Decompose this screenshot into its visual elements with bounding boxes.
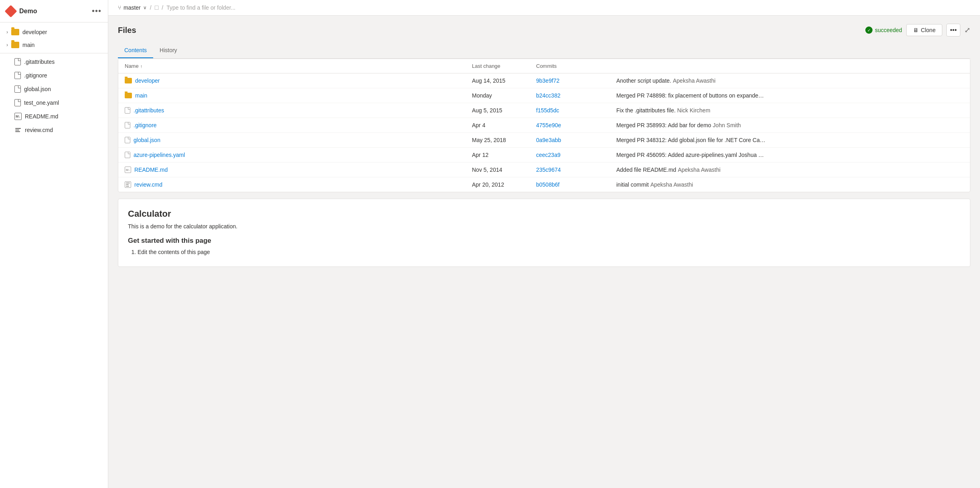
cell-message: initial commitApeksha Awasthi <box>616 181 964 188</box>
commit-hash[interactable]: 0a9e3abb <box>536 137 561 143</box>
file-link[interactable]: azure-pipelines.yaml <box>134 152 185 158</box>
file-row-icon <box>125 122 130 128</box>
sidebar-header: Demo ••• <box>0 0 108 22</box>
commit-hash[interactable]: b24cc382 <box>536 92 561 99</box>
cell-commit: 4755e90e <box>536 122 616 128</box>
table-row[interactable]: azure-pipelines.yaml Apr 12 ceec23a9 Mer… <box>118 148 970 163</box>
branch-selector[interactable]: ⑂ master ∨ <box>118 4 147 11</box>
commit-author: Nick Kirchem <box>677 107 710 114</box>
sidebar-item-readme-md[interactable]: M↓ README.md <box>0 110 108 123</box>
file-link[interactable]: README.md <box>134 167 168 173</box>
files-tabs: Contents History <box>118 43 970 59</box>
file-link[interactable]: review.cmd <box>134 181 162 188</box>
file-icon <box>14 72 21 79</box>
sidebar-more-button[interactable]: ••• <box>92 6 101 16</box>
topbar-separator: / <box>150 4 152 11</box>
cell-date: Monday <box>472 92 536 99</box>
file-link[interactable]: developer <box>135 77 160 84</box>
commit-author: John Smith <box>713 122 741 128</box>
table-row[interactable]: developer Aug 14, 2015 9b3e9f72 Another … <box>118 73 970 88</box>
sidebar-item-developer[interactable]: › developer <box>0 26 108 39</box>
sidebar-file-label: .gitignore <box>24 72 47 79</box>
col-message-header <box>616 63 964 69</box>
table-row[interactable]: review.cmd Apr 20, 2012 b0508b6f initial… <box>118 177 970 192</box>
commit-hash[interactable]: 9b3e9f72 <box>536 77 559 84</box>
table-row[interactable]: .gitignore Apr 4 4755e90e Merged PR 3589… <box>118 118 970 133</box>
sort-arrow-icon: ↑ <box>140 64 143 69</box>
app-name: Demo <box>19 8 37 15</box>
readme-description: This is a demo for the calculator applic… <box>128 223 960 230</box>
file-icon <box>14 58 21 65</box>
cell-message: Another script update.Apeksha Awasthi <box>616 77 964 84</box>
tab-history[interactable]: History <box>153 43 184 58</box>
md-row-icon: M↓ <box>125 167 131 173</box>
table-row[interactable]: global.json May 25, 2018 0a9e3abb Merged… <box>118 133 970 148</box>
col-lastchange-header: Last change <box>472 63 536 69</box>
readme-title: Calculator <box>128 209 960 219</box>
cmd-row-icon <box>125 181 131 188</box>
cell-date: Apr 20, 2012 <box>472 181 536 188</box>
commit-hash[interactable]: ceec23a9 <box>536 152 561 158</box>
commit-hash[interactable]: 235c9674 <box>536 167 561 173</box>
file-icon <box>14 85 21 93</box>
folder-icon <box>11 29 19 35</box>
file-link[interactable]: global.json <box>134 137 160 143</box>
path-input[interactable] <box>166 4 970 11</box>
clone-button[interactable]: 🖥 Clone <box>906 24 943 36</box>
table-row[interactable]: M↓ README.md Nov 5, 2014 235c9674 Added … <box>118 163 970 177</box>
cell-date: Apr 4 <box>472 122 536 128</box>
cell-name: developer <box>125 77 472 84</box>
cell-date: Nov 5, 2014 <box>472 167 536 173</box>
file-row-icon <box>125 107 130 114</box>
sidebar-item-test-one-yaml[interactable]: test_one.yaml <box>0 96 108 110</box>
col-commits-header: Commits <box>536 63 616 69</box>
file-link[interactable]: .gitignore <box>134 122 157 128</box>
files-header: Files succeeded 🖥 Clone ••• ⤢ <box>118 24 970 37</box>
topbar-slash: / <box>162 4 163 11</box>
logo-diamond-icon <box>4 5 17 17</box>
cell-name: .gitattributes <box>125 107 472 114</box>
sidebar-item-gitattributes[interactable]: .gitattributes <box>0 55 108 69</box>
expand-button[interactable]: ⤢ <box>964 26 970 35</box>
folder-icon <box>11 42 19 48</box>
sidebar-logo: Demo <box>6 7 37 16</box>
chevron-right-icon: › <box>6 29 8 35</box>
tab-contents[interactable]: Contents <box>118 43 153 58</box>
cell-name: global.json <box>125 137 472 143</box>
sidebar-item-global-json[interactable]: global.json <box>0 82 108 96</box>
folder-row-icon <box>125 78 132 83</box>
sidebar-item-review-cmd[interactable]: review.cmd <box>0 123 108 137</box>
cell-commit: 9b3e9f72 <box>536 77 616 84</box>
cell-date: May 25, 2018 <box>472 137 536 143</box>
clone-label: Clone <box>921 27 936 33</box>
table-row[interactable]: main Monday b24cc382 Merged PR 748898: f… <box>118 88 970 103</box>
commit-hash[interactable]: 4755e90e <box>536 122 561 128</box>
file-link[interactable]: main <box>135 92 147 99</box>
commit-hash[interactable]: f155d5dc <box>536 107 559 114</box>
cell-date: Apr 12 <box>472 152 536 158</box>
files-table: Name ↑ Last change Commits developer Aug… <box>118 59 970 192</box>
chevron-right-icon: › <box>6 42 8 48</box>
cell-name: review.cmd <box>125 181 472 188</box>
cell-commit: b24cc382 <box>536 92 616 99</box>
files-title: Files <box>118 26 136 35</box>
sidebar-item-gitignore[interactable]: .gitignore <box>0 69 108 82</box>
sidebar-item-main[interactable]: › main <box>0 39 108 51</box>
cell-message: Fix the .gitattributes file.Nick Kirchem <box>616 107 964 114</box>
commit-hash[interactable]: b0508b6f <box>536 181 559 188</box>
file-row-icon <box>125 152 130 158</box>
cell-commit: 0a9e3abb <box>536 137 616 143</box>
more-options-button[interactable]: ••• <box>946 24 960 37</box>
table-row[interactable]: .gitattributes Aug 5, 2015 f155d5dc Fix … <box>118 103 970 118</box>
cell-message: Merged PR 456095: Added azure-pipelines.… <box>616 152 964 158</box>
chevron-down-icon: ∨ <box>143 5 147 10</box>
folder-row-icon <box>125 93 132 98</box>
cell-name: .gitignore <box>125 122 472 128</box>
cell-name: main <box>125 92 472 99</box>
file-link[interactable]: .gitattributes <box>134 107 164 114</box>
col-name-header: Name ↑ <box>125 63 472 69</box>
readme-list-item: Edit the contents of this page <box>138 249 960 255</box>
cell-date: Aug 5, 2015 <box>472 107 536 114</box>
branch-name: master <box>124 4 141 11</box>
sidebar-item-developer-label: developer <box>22 29 47 35</box>
